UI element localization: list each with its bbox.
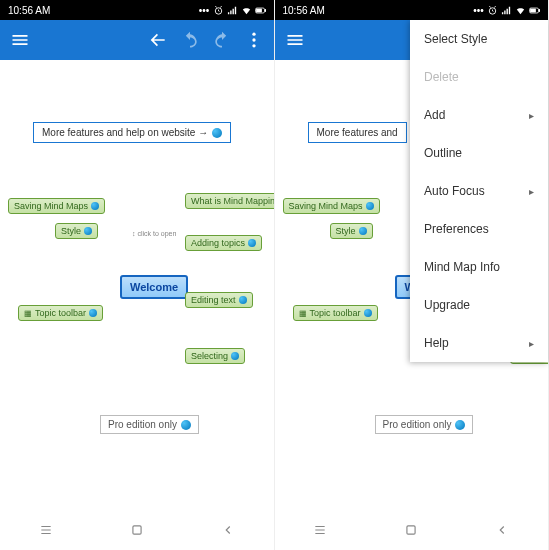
menu-icon[interactable] — [8, 28, 32, 52]
svg-point-6 — [252, 44, 255, 47]
menu-delete: Delete — [410, 58, 548, 96]
menu-icon[interactable] — [283, 28, 307, 52]
website-banner[interactable]: More features and — [308, 122, 407, 143]
screen-left: 10:56 AM ••• More features and help on w… — [0, 0, 275, 550]
chevron-right-icon: ▸ — [529, 186, 534, 197]
status-time: 10:56 AM — [8, 5, 50, 16]
nav-bar — [275, 510, 549, 550]
globe-icon — [359, 227, 367, 235]
undo-icon[interactable] — [178, 28, 202, 52]
node-selecting[interactable]: Selecting — [185, 348, 245, 364]
menu-info[interactable]: Mind Map Info — [410, 248, 548, 286]
globe-icon — [364, 309, 372, 317]
globe-icon — [89, 309, 97, 317]
nav-back-icon[interactable] — [494, 522, 510, 538]
click-open-hint: ↕ click to open — [132, 230, 176, 237]
nav-home-icon[interactable] — [129, 522, 145, 538]
signal-icon — [227, 5, 238, 16]
svg-rect-12 — [407, 526, 415, 534]
pro-badge: Pro edition only — [100, 415, 199, 434]
menu-preferences[interactable]: Preferences — [410, 210, 548, 248]
more-icon: ••• — [473, 5, 484, 16]
node-style[interactable]: Style — [55, 223, 98, 239]
banner-text: More features and — [317, 127, 398, 138]
globe-icon — [231, 352, 239, 360]
node-toolbar[interactable]: ▦Topic toolbar — [293, 305, 378, 321]
node-saving[interactable]: Saving Mind Maps — [8, 198, 105, 214]
node-welcome[interactable]: Welcome — [120, 275, 188, 299]
banner-text: More features and help on website → — [42, 127, 208, 138]
status-bar: 10:56 AM ••• — [0, 0, 274, 20]
alarm-icon — [487, 5, 498, 16]
mindmap-canvas[interactable]: More features and help on website → Welc… — [0, 60, 274, 510]
node-whatis[interactable]: What is Mind Mapping — [185, 193, 274, 209]
globe-icon — [181, 420, 191, 430]
globe-icon — [212, 128, 222, 138]
nav-back-icon[interactable] — [220, 522, 236, 538]
svg-rect-11 — [539, 9, 540, 11]
globe-icon — [91, 202, 99, 210]
globe-icon — [366, 202, 374, 210]
more-vert-icon[interactable] — [242, 28, 266, 52]
node-style[interactable]: Style — [330, 223, 373, 239]
svg-rect-3 — [265, 9, 266, 11]
svg-rect-7 — [133, 526, 141, 534]
node-toolbar[interactable]: ▦Topic toolbar — [18, 305, 103, 321]
menu-auto-focus[interactable]: Auto Focus▸ — [410, 172, 548, 210]
screen-right: 10:56 AM ••• More features and We Saving… — [275, 0, 550, 550]
more-icon: ••• — [199, 5, 210, 16]
wifi-icon — [515, 5, 526, 16]
app-bar — [0, 20, 274, 60]
globe-icon — [239, 296, 247, 304]
website-banner[interactable]: More features and help on website → — [33, 122, 231, 143]
globe-icon — [248, 239, 256, 247]
battery-icon — [255, 5, 266, 16]
nav-recents-icon[interactable] — [312, 522, 328, 538]
globe-icon — [84, 227, 92, 235]
menu-add[interactable]: Add▸ — [410, 96, 548, 134]
status-time: 10:56 AM — [283, 5, 325, 16]
redo-icon[interactable] — [210, 28, 234, 52]
svg-point-4 — [252, 33, 255, 36]
menu-help[interactable]: Help▸ — [410, 324, 548, 362]
nav-home-icon[interactable] — [403, 522, 419, 538]
menu-outline[interactable]: Outline — [410, 134, 548, 172]
nav-bar — [0, 510, 274, 550]
node-adding[interactable]: Adding topics — [185, 235, 262, 251]
node-saving[interactable]: Saving Mind Maps — [283, 198, 380, 214]
wifi-icon — [241, 5, 252, 16]
svg-rect-2 — [256, 9, 261, 12]
chevron-right-icon: ▸ — [529, 110, 534, 121]
signal-icon — [501, 5, 512, 16]
alarm-icon — [213, 5, 224, 16]
chevron-right-icon: ▸ — [529, 338, 534, 349]
back-icon[interactable] — [146, 28, 170, 52]
nav-recents-icon[interactable] — [38, 522, 54, 538]
svg-point-5 — [252, 38, 255, 41]
menu-upgrade[interactable]: Upgrade — [410, 286, 548, 324]
pro-badge: Pro edition only — [375, 415, 474, 434]
overflow-menu: Select Style Delete Add▸ Outline Auto Fo… — [410, 20, 548, 362]
node-editing[interactable]: Editing text — [185, 292, 253, 308]
status-bar: 10:56 AM ••• — [275, 0, 549, 20]
globe-icon — [455, 420, 465, 430]
menu-select-style[interactable]: Select Style — [410, 20, 548, 58]
battery-icon — [529, 5, 540, 16]
svg-rect-10 — [531, 9, 536, 12]
